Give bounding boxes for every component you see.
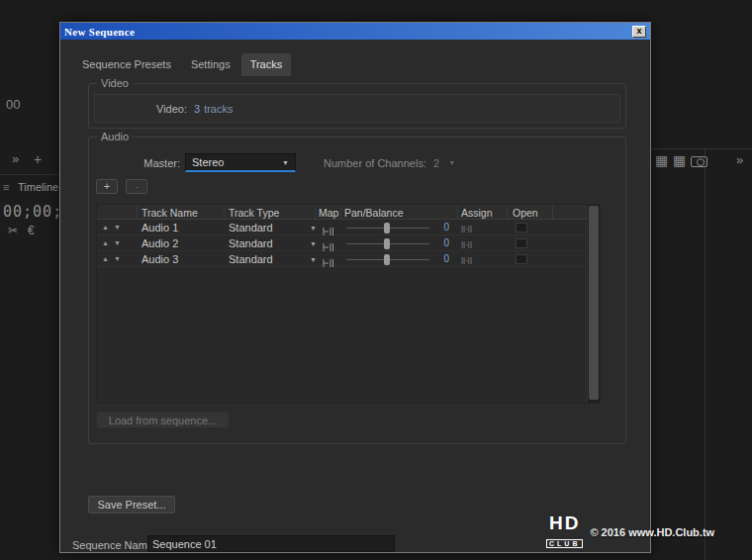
column-divider <box>507 206 508 219</box>
pan-value[interactable]: 0 <box>431 237 449 248</box>
move-up-button[interactable]: ▲ <box>102 255 109 262</box>
move-up-button[interactable]: ▲ <box>102 239 109 246</box>
dialog-title: New Sequence <box>64 26 135 38</box>
pan-value[interactable]: 0 <box>431 253 449 264</box>
audio-section: Audio Master: Stereo ▼ Number of Channel… <box>88 137 626 444</box>
audio-section-label: Audio <box>97 131 133 142</box>
open-checkbox[interactable] <box>516 223 527 233</box>
audio-track-table: Track Name Track Type Map Pan/Balance As… <box>96 204 601 404</box>
pan-slider[interactable] <box>346 228 429 229</box>
tab-tracks[interactable]: Tracks <box>241 53 292 76</box>
close-button[interactable]: x <box>632 26 646 38</box>
track-name[interactable]: Audio 1 <box>141 222 178 233</box>
premiere-workspace: 00 » + ≡ Timeline: ( 00;00;00; ✂ € ▦ ▦ »… <box>0 0 752 560</box>
move-down-button[interactable]: ▼ <box>114 224 121 231</box>
chevron-down-icon[interactable]: ▼ <box>310 240 317 247</box>
panel-overflow-icon: » <box>736 152 743 167</box>
channels-value: 2 <box>433 157 439 169</box>
chevron-down-icon: ▼ <box>448 159 455 166</box>
column-divider <box>224 206 225 219</box>
table-row: ▲ ▼ Audio 1 Standard ▼ 0 ||-|| <box>97 220 589 235</box>
pan-slider[interactable] <box>346 243 429 244</box>
grid-view-icon: ▦ <box>655 152 668 168</box>
sequence-name-input[interactable] <box>147 535 395 552</box>
pan-slider-thumb[interactable] <box>384 238 390 249</box>
header-map: Map <box>319 207 338 219</box>
hdclub-logo: HD CLUB <box>546 514 583 550</box>
add-track-button[interactable]: + <box>96 179 118 194</box>
column-divider <box>457 206 458 219</box>
video-tracks-value[interactable]: 3 <box>194 103 200 115</box>
tab-sequence-presets[interactable]: Sequence Presets <box>73 53 180 76</box>
table-header: Track Name Track Type Map Pan/Balance As… <box>97 205 589 220</box>
video-section: Video Video: 3 tracks <box>88 83 626 129</box>
hdclub-logo-sub: CLUB <box>546 539 583 548</box>
razor-icon: ✂ <box>8 224 18 237</box>
pan-slider-thumb[interactable] <box>384 254 390 265</box>
scrollbar-thumb[interactable] <box>589 206 599 400</box>
pan-slider-thumb[interactable] <box>384 223 390 233</box>
assign-icon[interactable]: ||-|| <box>461 255 472 264</box>
header-assign: Assign <box>461 207 493 219</box>
chevron-down-icon[interactable]: ▼ <box>310 256 317 263</box>
track-type-dropdown[interactable]: Standard <box>229 222 273 233</box>
master-dropdown[interactable]: Stereo ▼ <box>185 153 296 172</box>
dialog-tabs: Sequence Presets Settings Tracks <box>73 53 291 76</box>
map-icon[interactable] <box>323 254 333 272</box>
table-row: ▲ ▼ Audio 2 Standard ▼ 0 ||-|| <box>97 235 589 251</box>
master-value: Stereo <box>192 156 224 168</box>
new-sequence-dialog: New Sequence x Sequence Presets Settings… <box>59 22 651 553</box>
panel-divider <box>705 148 705 560</box>
header-track-name: Track Name <box>141 207 198 219</box>
camera-icon <box>691 156 707 167</box>
video-tracks-unit: tracks <box>204 103 233 115</box>
panel-overflow-icon: » <box>12 151 19 166</box>
tab-settings[interactable]: Settings <box>182 53 239 76</box>
master-label: Master: <box>89 157 180 169</box>
track-name[interactable]: Audio 2 <box>141 237 178 249</box>
panel-menu-icon: ≡ <box>3 181 9 193</box>
move-down-button[interactable]: ▼ <box>114 239 121 246</box>
table-scrollbar[interactable] <box>587 205 600 403</box>
track-name[interactable]: Audio 3 <box>141 253 178 265</box>
assign-icon[interactable]: ||-|| <box>461 224 472 233</box>
move-up-button[interactable]: ▲ <box>102 224 109 231</box>
bg-partial-timecode: 00 <box>6 97 20 112</box>
timeline-tool-icon: € <box>28 224 35 237</box>
move-down-button[interactable]: ▼ <box>114 255 121 262</box>
video-tracks-box: Video: 3 tracks <box>94 94 620 123</box>
sequence-name-label: Sequence Name: <box>72 539 156 551</box>
save-preset-button[interactable]: Save Preset... <box>88 496 175 513</box>
load-from-sequence-button[interactable]: Load from sequence... <box>96 412 230 428</box>
assign-icon[interactable]: ||-|| <box>461 239 472 248</box>
table-row: ▲ ▼ Audio 3 Standard ▼ 0 ||-|| <box>97 251 589 267</box>
video-section-label: Video <box>97 77 133 89</box>
header-open: Open <box>513 207 538 219</box>
header-track-type: Track Type <box>229 207 279 219</box>
channels-dropdown[interactable]: 2 ▼ <box>429 154 467 171</box>
track-type-dropdown[interactable]: Standard <box>229 237 273 249</box>
open-checkbox[interactable] <box>516 238 527 248</box>
header-pan-balance: Pan/Balance <box>344 207 404 219</box>
column-divider <box>340 206 341 219</box>
grid-view-icon: ▦ <box>673 152 686 168</box>
column-divider <box>315 206 316 219</box>
pan-slider[interactable] <box>346 259 429 260</box>
hdclub-logo-main: HD <box>546 514 583 532</box>
track-type-dropdown[interactable]: Standard <box>229 253 273 265</box>
panel-divider <box>0 174 59 175</box>
chevron-down-icon: ▼ <box>282 159 289 166</box>
watermark: HD CLUB © 2016 www.HD.Club.tw <box>546 514 714 550</box>
column-divider <box>137 206 138 219</box>
add-icon: + <box>34 151 42 167</box>
column-divider <box>552 206 553 219</box>
remove-track-button[interactable]: - <box>126 179 147 194</box>
watermark-copyright: © 2016 www.HD.Club.tw <box>590 526 714 538</box>
chevron-down-icon[interactable]: ▼ <box>310 225 317 232</box>
open-checkbox[interactable] <box>516 254 527 264</box>
panel-divider <box>651 148 752 149</box>
dialog-titlebar[interactable]: New Sequence x <box>60 23 650 40</box>
pan-value[interactable]: 0 <box>431 222 449 233</box>
channels-label: Number of Channels: <box>324 157 426 169</box>
video-tracks-label: Video: <box>156 103 187 115</box>
